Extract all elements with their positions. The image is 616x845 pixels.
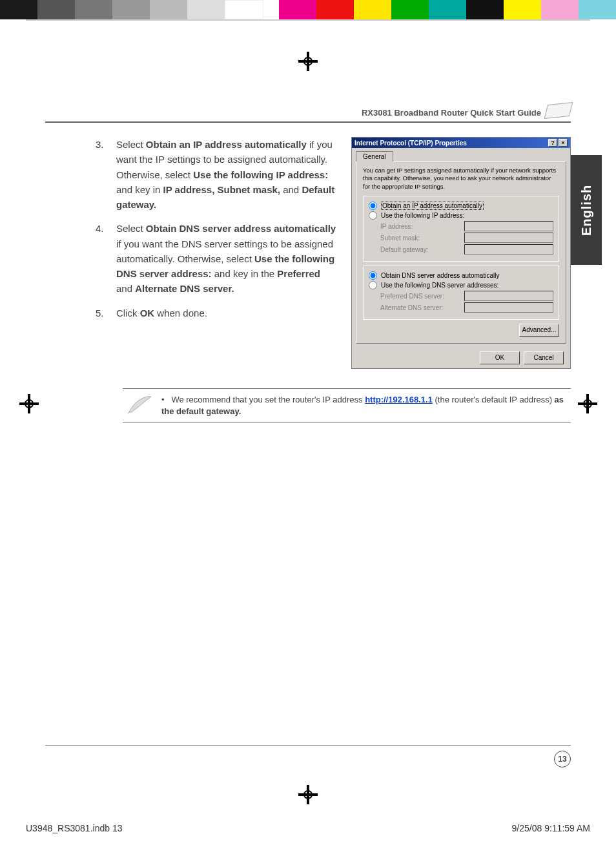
ip-address-field[interactable] [464, 221, 553, 231]
radio-ip-manual[interactable] [369, 211, 377, 220]
radio-dns-manual-label: Use the following DNS server addresses: [381, 282, 498, 289]
instruction-text-run: and [280, 184, 302, 195]
printer-color-bar [0, 0, 616, 19]
guide-line [26, 19, 590, 21]
swatch [0, 0, 37, 19]
swatch [316, 0, 354, 19]
instruction-text-run: OK [140, 308, 155, 318]
default-gateway-field[interactable] [464, 244, 553, 255]
note-text: • We recommend that you set the router's… [161, 394, 567, 417]
tab-strip: General [352, 148, 570, 161]
note-bullet: • [161, 395, 165, 404]
subnet-mask-field[interactable] [464, 233, 553, 243]
swatch [504, 0, 541, 19]
alternate-dns-label: Alternate DNS server: [380, 304, 458, 311]
registration-mark-icon [298, 52, 318, 71]
instruction-text-run: Obtain an IP address automatically [146, 139, 307, 150]
instruction-number: 5. [96, 306, 104, 320]
dialog-intro-text: You can get IP settings assigned automat… [363, 167, 559, 191]
swatch [187, 0, 225, 19]
dialog-panel: You can get IP settings assigned automat… [356, 161, 566, 344]
language-tab: English [571, 155, 602, 265]
bleed-file: U3948_RS3081.indb 13 [26, 823, 122, 833]
cancel-button[interactable]: Cancel [524, 351, 564, 364]
running-header-title: RX3081 Broadband Router Quick Start Guid… [362, 108, 541, 118]
dns-group: Obtain DNS server address automatically … [363, 266, 559, 320]
swatch [466, 0, 504, 19]
instruction-text-run: Select [116, 139, 146, 150]
registration-mark-icon [298, 785, 318, 804]
radio-dns-manual[interactable] [369, 281, 377, 289]
ok-button[interactable]: OK [480, 351, 520, 364]
help-button[interactable]: ? [548, 139, 557, 147]
instruction-item: 5.Click OK when done. [96, 306, 337, 320]
preferred-dns-field[interactable] [464, 291, 553, 301]
instruction-text-run: when done. [154, 308, 207, 318]
preferred-dns-label: Preferred DNS server: [380, 293, 458, 300]
instruction-text-run: and [116, 283, 135, 294]
instruction-text-run: and key in the [212, 268, 278, 279]
instruction-list: 3.Select Obtain an IP address automatica… [45, 137, 337, 369]
swatch [391, 0, 429, 19]
swatch [354, 0, 391, 19]
instruction-text-run: Preferred [277, 268, 320, 279]
radio-ip-auto[interactable] [369, 202, 377, 210]
instruction-item: 3.Select Obtain an IP address automatica… [96, 137, 337, 212]
registration-mark-icon [578, 394, 597, 413]
swatch [150, 0, 187, 19]
swatch [541, 0, 579, 19]
instruction-item: 4.Select Obtain DNS server address autom… [96, 221, 337, 296]
radio-ip-manual-label: Use the following IP address: [381, 212, 464, 219]
default-gateway-label: Default gateway: [380, 246, 458, 253]
router-icon [544, 102, 573, 119]
swatch [279, 0, 316, 19]
instruction-number: 4. [96, 221, 104, 236]
swatch [225, 0, 263, 19]
running-header: RX3081 Broadband Router Quick Start Guid… [45, 84, 571, 123]
subnet-mask-label: Subnet mask: [380, 235, 458, 242]
ip-address-label: IP address: [380, 223, 458, 230]
note-post: (the router's default IP address) [435, 395, 555, 404]
advanced-button[interactable]: Advanced... [519, 324, 559, 337]
close-button[interactable]: × [559, 139, 568, 147]
note-block: • We recommend that you set the router's… [123, 388, 571, 423]
alternate-dns-field[interactable] [464, 302, 553, 313]
router-ip-link[interactable]: http://192.168.1.1 [365, 395, 433, 404]
tab-general[interactable]: General [356, 151, 393, 162]
swatch [37, 0, 75, 19]
instruction-text-run: IP address, Subnet mask, [163, 184, 280, 195]
instruction-text-run: Obtain DNS server address automatically [146, 223, 336, 234]
note-pre: We recommend that you set the router's I… [171, 395, 365, 404]
note-quill-icon [127, 394, 152, 415]
instruction-text-run: Alternate DNS server. [135, 283, 234, 294]
registration-mark-icon [19, 394, 39, 413]
page-footer: 13 [45, 745, 571, 767]
radio-ip-auto-label: Obtain an IP address automatically [381, 202, 484, 210]
tcpip-properties-dialog: Internet Protocol (TCP/IP) Properties ? … [351, 137, 571, 369]
instruction-text-run: and key in [116, 184, 163, 195]
instruction-text-run: Use the following IP address: [193, 169, 328, 180]
swatch [579, 0, 616, 19]
instruction-text-run: Click [116, 308, 140, 318]
ip-group: Obtain an IP address automatically Use t… [363, 196, 559, 262]
swatch [112, 0, 150, 19]
radio-dns-auto-label: Obtain DNS server address automatically [381, 272, 499, 279]
page-content: RX3081 Broadband Router Quick Start Guid… [45, 84, 571, 767]
instruction-text-run: Select [116, 223, 146, 234]
swatch [75, 0, 112, 19]
radio-dns-auto[interactable] [369, 271, 377, 280]
dialog-titlebar: Internet Protocol (TCP/IP) Properties ? … [352, 138, 570, 148]
bleed-timestamp: 9/25/08 9:11:59 AM [512, 823, 590, 833]
dialog-title: Internet Protocol (TCP/IP) Properties [354, 140, 467, 147]
bleed-footer: U3948_RS3081.indb 13 9/25/08 9:11:59 AM [26, 823, 590, 833]
instruction-number: 3. [96, 137, 104, 152]
page-number: 13 [554, 751, 571, 767]
swatch [429, 0, 466, 19]
